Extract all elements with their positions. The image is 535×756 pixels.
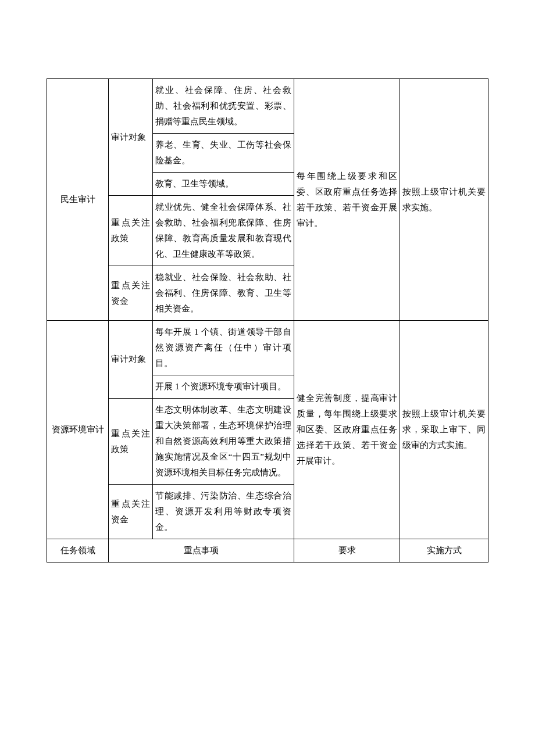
category-minsheng: 民生审计: [47, 79, 109, 321]
footer-col1: 任务领域: [47, 539, 109, 562]
funds-label-minsheng: 重点关注资金: [109, 266, 153, 321]
footer-col3: 要求: [294, 539, 400, 562]
funds-label-ziyuan: 重点关注资金: [109, 485, 153, 539]
footer-col4: 实施方式: [400, 539, 488, 562]
policy-label-minsheng: 重点关注政策: [109, 196, 153, 266]
method-ziyuan: 按照上级审计机关要求，采取上审下、同级审的方式实施。: [400, 321, 488, 539]
subject-item: 就业、社会保障、住房、社会救助、社会福利和优抚安置、彩票、捐赠等重点民生领域。: [153, 79, 294, 134]
policy-text-ziyuan: 生态文明体制改革、生态文明建设重大决策部署，生态环境保护治理和自然资源高效利用等…: [153, 399, 294, 485]
policy-text-minsheng: 就业优先、健全社会保障体系、社会救助、社会福利兜底保障、住房保障、教育高质量发展…: [153, 196, 294, 266]
requirement-ziyuan: 健全完善制度，提高审计质量，每年围绕上级要求和区委、区政府重点任务选择若干政策、…: [294, 321, 400, 539]
category-ziyuan: 资源环境审计: [47, 321, 109, 539]
subject-label-ziyuan: 审计对象: [109, 321, 153, 399]
subject-item: 教育、卫生等领域。: [153, 173, 294, 196]
policy-label-ziyuan: 重点关注政策: [109, 399, 153, 485]
footer-row: 任务领域 重点事项 要求 实施方式: [47, 539, 488, 562]
subject-item: 开展 1 个资源环境专项审计项目。: [153, 375, 294, 399]
subject-item: 养老、生育、失业、工伤等社会保险基金。: [153, 134, 294, 173]
method-minsheng: 按照上级审计机关要求实施。: [400, 79, 488, 321]
audit-table: 民生审计 审计对象 就业、社会保障、住房、社会救助、社会福利和优抚安置、彩票、捐…: [47, 78, 488, 562]
table-row: 资源环境审计 审计对象 每年开展 1 个镇、街道领导干部自然资源资产离任（任中）…: [47, 321, 488, 375]
subject-item: 每年开展 1 个镇、街道领导干部自然资源资产离任（任中）审计项目。: [153, 321, 294, 375]
footer-col2: 重点事项: [109, 539, 294, 562]
table-row: 民生审计 审计对象 就业、社会保障、住房、社会救助、社会福利和优抚安置、彩票、捐…: [47, 79, 488, 134]
requirement-minsheng: 每年围绕上级要求和区委、区政府重点任务选择若干政策、若干资金开展审计。: [294, 79, 400, 321]
funds-text-minsheng: 稳就业、社会保险、社会救助、社会福利、住房保障、教育、卫生等相关资金。: [153, 266, 294, 321]
subject-label-minsheng: 审计对象: [109, 79, 153, 196]
funds-text-ziyuan: 节能减排、污染防治、生态综合治理、资源开发利用等财政专项资金。: [153, 485, 294, 539]
